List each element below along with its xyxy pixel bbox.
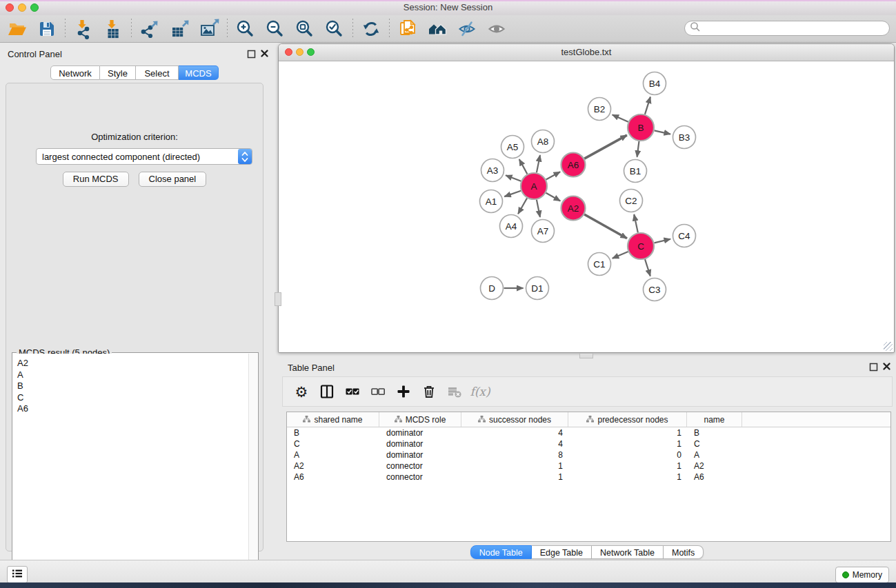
splitpane-grip-vertical[interactable] (275, 292, 281, 306)
cell-successor-nodes[interactable]: 4 (461, 428, 568, 438)
cell-MCDS-role[interactable]: dominator (379, 428, 461, 438)
edge-B-B4[interactable] (645, 97, 650, 114)
table-row[interactable]: Cdominator41C (287, 438, 890, 449)
node-A5[interactable]: A5 (501, 136, 524, 159)
column-header-shared-name[interactable]: shared name (287, 412, 379, 427)
edge-A-A6[interactable] (546, 172, 561, 179)
node-A2[interactable]: A2 (561, 196, 586, 221)
show-panels-icon[interactable] (485, 17, 508, 41)
node-B3[interactable]: B3 (673, 126, 696, 149)
mcds-result-item[interactable]: C (17, 392, 249, 404)
edge-A2-C[interactable] (584, 214, 627, 239)
result-scrollbar[interactable] (248, 354, 257, 588)
node-C4[interactable]: C4 (673, 225, 696, 247)
cell-predecessor-nodes[interactable]: 0 (568, 450, 687, 460)
node-C2[interactable]: C2 (620, 190, 643, 212)
session-from-network-icon[interactable] (396, 17, 419, 41)
cell-name[interactable]: A2 (687, 461, 742, 471)
node-A8[interactable]: A8 (532, 130, 555, 153)
tab-mcds[interactable]: MCDS (179, 65, 219, 80)
zoom-in-icon[interactable] (234, 17, 257, 41)
cell-successor-nodes[interactable]: 1 (461, 472, 568, 482)
import-table-icon[interactable] (101, 17, 125, 41)
mcds-result-item[interactable]: B (17, 381, 249, 392)
import-network-icon[interactable] (72, 17, 95, 41)
select-all-icon[interactable] (344, 383, 361, 401)
search-input[interactable] (704, 23, 889, 34)
node-A4[interactable]: A4 (500, 215, 523, 238)
edge-C-C4[interactable] (654, 239, 670, 243)
column-header-name[interactable]: name (687, 412, 742, 427)
export-image-icon[interactable] (197, 17, 221, 41)
close-panel-button[interactable]: Close panel (139, 172, 207, 187)
cell-predecessor-nodes[interactable]: 1 (568, 472, 687, 482)
cell-shared-name[interactable]: A2 (287, 461, 379, 471)
delete-row-icon[interactable] (420, 383, 438, 401)
edge-A-A8[interactable] (537, 155, 540, 172)
search-box[interactable] (684, 21, 890, 36)
edge-A-A4[interactable] (518, 198, 527, 214)
network-window-titlebar[interactable]: testGlobe.txt (279, 44, 894, 61)
edge-C-C3[interactable] (645, 259, 650, 276)
refresh-layout-icon[interactable] (359, 17, 383, 41)
tab-style[interactable]: Style (100, 65, 136, 80)
zoom-selected-icon[interactable] (323, 17, 346, 41)
mcds-result-item[interactable]: A2 (17, 358, 249, 369)
tab-edge-table[interactable]: Edge Table (532, 545, 592, 559)
add-row-icon[interactable] (395, 383, 412, 401)
columns-icon[interactable] (318, 383, 336, 401)
run-mcds-button[interactable]: Run MCDS (63, 172, 129, 187)
cell-MCDS-role[interactable]: dominator (379, 439, 461, 449)
node-B2[interactable]: B2 (588, 98, 611, 121)
node-D[interactable]: D (481, 277, 504, 300)
edge-C-C2[interactable] (634, 214, 638, 232)
task-history-button[interactable] (7, 566, 28, 583)
node-A[interactable]: A (521, 173, 547, 199)
mcds-result-item[interactable]: A6 (17, 403, 249, 415)
zoom-fit-icon[interactable] (293, 17, 317, 41)
edge-A-A5[interactable] (519, 159, 528, 174)
cell-shared-name[interactable]: C (287, 439, 379, 449)
home-icon[interactable] (426, 17, 449, 41)
network-canvas[interactable]: AA1A3A4A5A7A8A6A2BB1B2B3B4CC1C2C3C4DD1 (279, 61, 893, 352)
open-session-icon[interactable] (6, 17, 29, 41)
node-A7[interactable]: A7 (532, 220, 555, 243)
cell-successor-nodes[interactable]: 8 (461, 450, 568, 460)
close-table-panel-icon[interactable] (882, 361, 891, 374)
optimization-select[interactable]: largest connected component (directed) (36, 148, 252, 165)
edge-B-B2[interactable] (613, 114, 628, 121)
tab-node-table[interactable]: Node Table (470, 545, 532, 559)
table-row[interactable]: A2connector11A2 (287, 460, 890, 472)
cell-shared-name[interactable]: A6 (287, 472, 379, 482)
node-C[interactable]: C (628, 233, 654, 259)
column-header-MCDS-role[interactable]: MCDS role (379, 412, 461, 427)
column-header-predecessor-nodes[interactable]: predecessor nodes (568, 412, 687, 427)
zoom-out-icon[interactable] (263, 17, 287, 41)
edge-A-A7[interactable] (537, 200, 540, 217)
memory-button[interactable]: Memory (835, 567, 889, 583)
node-A1[interactable]: A1 (480, 190, 503, 213)
cell-MCDS-role[interactable]: dominator (379, 450, 461, 460)
node-B1[interactable]: B1 (624, 160, 647, 183)
mcds-result-item[interactable]: A (17, 369, 249, 381)
edge-A-A3[interactable] (506, 175, 521, 181)
export-table-icon[interactable] (168, 17, 191, 41)
save-session-icon[interactable] (35, 17, 59, 41)
edge-A6-B[interactable] (584, 135, 627, 159)
cell-successor-nodes[interactable]: 4 (461, 439, 568, 449)
hide-panels-icon[interactable] (455, 17, 479, 41)
cell-name[interactable]: C (687, 439, 742, 449)
gear-icon[interactable]: ⚙ (292, 383, 310, 401)
cell-predecessor-nodes[interactable]: 1 (568, 428, 687, 438)
tab-select[interactable]: Select (136, 65, 179, 80)
cell-name[interactable]: A6 (687, 472, 742, 482)
node-B[interactable]: B (628, 114, 654, 141)
cell-MCDS-role[interactable]: connector (379, 472, 461, 482)
table-row[interactable]: Adominator80A (287, 449, 890, 460)
close-panel-icon[interactable] (260, 48, 269, 61)
float-table-panel-icon[interactable] (869, 362, 878, 374)
tab-motifs[interactable]: Motifs (664, 545, 704, 559)
float-panel-icon[interactable] (247, 49, 256, 61)
deselect-all-icon[interactable] (369, 383, 387, 401)
column-header-successor-nodes[interactable]: successor nodes (461, 412, 568, 427)
